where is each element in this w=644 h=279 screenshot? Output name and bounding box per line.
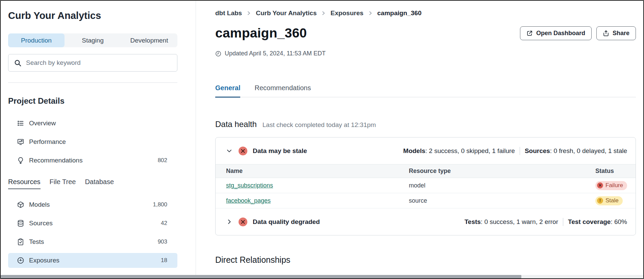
cube-icon bbox=[17, 201, 25, 209]
scrollbar-thumb[interactable] bbox=[1, 275, 521, 278]
sidebar: Curb Your Analytics Production Staging D… bbox=[1, 1, 196, 278]
updated-timestamp: Updated April 5, 2024, 11:53 AM EDT bbox=[215, 50, 636, 57]
status-badge-label: Failure bbox=[605, 182, 623, 189]
sidebar-item-label: Exposures bbox=[29, 257, 59, 264]
sidebar-item-label: Models bbox=[29, 201, 50, 208]
item-count: 18 bbox=[161, 257, 167, 264]
column-header-resource-type: Resource type bbox=[409, 164, 595, 178]
breadcrumb-account[interactable]: dbt Labs bbox=[215, 9, 242, 17]
env-tab-production[interactable]: Production bbox=[8, 33, 65, 47]
resource-link[interactable]: facebook_pages bbox=[226, 197, 271, 204]
detail-tabs: General Recommendations bbox=[215, 84, 636, 97]
quality-section-stats: Tests: 0 success, 1 warn, 2 error Test c… bbox=[465, 218, 627, 226]
main-content: dbt Labs Curb Your Analytics Exposures c… bbox=[196, 1, 643, 278]
page-title: campaign_360 bbox=[215, 26, 307, 41]
open-dashboard-button[interactable]: Open Dashboard bbox=[520, 26, 592, 40]
share-label: Share bbox=[613, 30, 629, 37]
search-icon bbox=[14, 59, 26, 67]
expand-chevron-right-icon[interactable] bbox=[226, 219, 232, 225]
tab-file-tree[interactable]: File Tree bbox=[50, 178, 76, 189]
share-button[interactable]: Share bbox=[596, 26, 636, 40]
item-count: 802 bbox=[158, 157, 167, 164]
sidebar-item-performance[interactable]: Performance bbox=[8, 134, 177, 149]
updated-text: Updated April 5, 2024, 11:53 AM EDT bbox=[225, 50, 326, 57]
open-dashboard-label: Open Dashboard bbox=[536, 30, 585, 37]
horizontal-scrollbar[interactable] bbox=[1, 275, 643, 278]
stale-section-title: Data may be stale bbox=[253, 147, 307, 155]
env-tab-development[interactable]: Development bbox=[121, 33, 177, 47]
sidebar-item-exposures[interactable]: Exposures 18 bbox=[8, 253, 177, 268]
sidebar-item-label: Tests bbox=[29, 238, 44, 246]
project-details-heading: Project Details bbox=[8, 96, 177, 106]
resource-type-cell: model bbox=[409, 178, 595, 193]
item-count: 42 bbox=[161, 220, 167, 227]
sidebar-item-label: Performance bbox=[29, 138, 66, 146]
environment-tabs: Production Staging Development bbox=[8, 33, 177, 47]
page-actions: Open Dashboard Share bbox=[520, 26, 636, 40]
item-count: 903 bbox=[158, 238, 167, 245]
database-icon bbox=[17, 220, 25, 227]
sidebar-item-recommendations[interactable]: Recommendations 802 bbox=[8, 153, 177, 168]
resource-view-tabs: Resources File Tree Database bbox=[8, 178, 177, 189]
status-badge: ✕ Failure bbox=[595, 181, 627, 190]
project-title: Curb Your Analytics bbox=[8, 10, 177, 21]
error-x-circle-icon bbox=[238, 146, 248, 156]
item-count: 1,800 bbox=[153, 201, 167, 208]
tab-recommendations[interactable]: Recommendations bbox=[254, 84, 311, 98]
quality-section-header: Data quality degraded Tests: 0 success, … bbox=[216, 208, 636, 235]
data-health-last-check: Last check completed today at 12:31pm bbox=[263, 121, 376, 129]
chevron-right-icon bbox=[247, 11, 251, 16]
x-circle-icon: ✕ bbox=[597, 182, 603, 188]
env-tab-staging[interactable]: Staging bbox=[65, 33, 121, 47]
external-link-icon bbox=[526, 30, 533, 36]
stat-divider bbox=[563, 218, 563, 226]
list-icon bbox=[17, 120, 25, 127]
table-row: stg_subscriptions model ✕ Failure bbox=[216, 178, 636, 193]
stale-section-header: Data may be stale Models: 2 success, 0 s… bbox=[216, 137, 636, 164]
performance-chart-icon bbox=[17, 138, 25, 146]
gauge-icon bbox=[17, 257, 25, 264]
stat-divider bbox=[520, 147, 520, 155]
tests-stat: Tests: 0 success, 1 warn, 2 error bbox=[465, 218, 558, 226]
models-stat: Models: 2 success, 0 skipped, 1 failure bbox=[403, 147, 515, 155]
sidebar-item-overview[interactable]: Overview bbox=[8, 116, 177, 131]
data-health-card: Data may be stale Models: 2 success, 0 s… bbox=[215, 137, 636, 235]
quality-section-title: Data quality degraded bbox=[253, 218, 320, 226]
sources-stat: Sources: 0 fresh, 0 delayed, 1 stale bbox=[525, 147, 627, 155]
app-window: Curb Your Analytics Production Staging D… bbox=[0, 0, 644, 279]
clipboard-check-icon bbox=[17, 238, 25, 246]
data-health-heading: Data health bbox=[215, 120, 257, 129]
test-coverage-stat: Test coverage: 60% bbox=[568, 218, 627, 226]
stale-section-stats: Models: 2 success, 0 skipped, 1 failure … bbox=[403, 147, 627, 155]
breadcrumb: dbt Labs Curb Your Analytics Exposures c… bbox=[215, 9, 636, 17]
breadcrumb-exposures[interactable]: Exposures bbox=[330, 9, 363, 17]
sidebar-item-label: Recommendations bbox=[29, 157, 82, 164]
search-input[interactable] bbox=[26, 59, 172, 67]
status-badge: ! Stale bbox=[595, 196, 623, 205]
sidebar-item-label: Sources bbox=[29, 220, 53, 227]
breadcrumb-project[interactable]: Curb Your Analytics bbox=[256, 9, 317, 17]
column-header-name: Name bbox=[216, 164, 409, 178]
table-header-row: Name Resource type Status bbox=[216, 164, 636, 178]
sidebar-item-sources[interactable]: Sources 42 bbox=[8, 216, 177, 231]
clock-icon bbox=[215, 51, 221, 57]
sidebar-item-models[interactable]: Models 1,800 bbox=[8, 197, 177, 212]
status-badge-label: Stale bbox=[605, 197, 619, 204]
search-box[interactable] bbox=[8, 54, 177, 72]
resource-link[interactable]: stg_subscriptions bbox=[226, 182, 273, 189]
error-x-circle-icon bbox=[238, 217, 248, 227]
breadcrumb-current: campaign_360 bbox=[377, 9, 422, 17]
share-icon bbox=[603, 30, 609, 36]
table-row: facebook_pages source ! Stale bbox=[216, 193, 636, 208]
collapse-chevron-down-icon[interactable] bbox=[226, 148, 232, 154]
sidebar-divider bbox=[8, 82, 177, 83]
chevron-right-icon bbox=[369, 11, 372, 16]
sidebar-item-label: Overview bbox=[29, 120, 56, 127]
tab-general[interactable]: General bbox=[215, 84, 240, 98]
tab-resources[interactable]: Resources bbox=[8, 178, 41, 189]
sidebar-item-tests[interactable]: Tests 903 bbox=[8, 234, 177, 249]
resource-type-cell: source bbox=[409, 193, 595, 208]
tab-database[interactable]: Database bbox=[85, 178, 114, 189]
direct-relationships-heading: Direct Relationships bbox=[215, 255, 636, 265]
stale-resources-table: Name Resource type Status stg_subscripti… bbox=[216, 164, 636, 208]
